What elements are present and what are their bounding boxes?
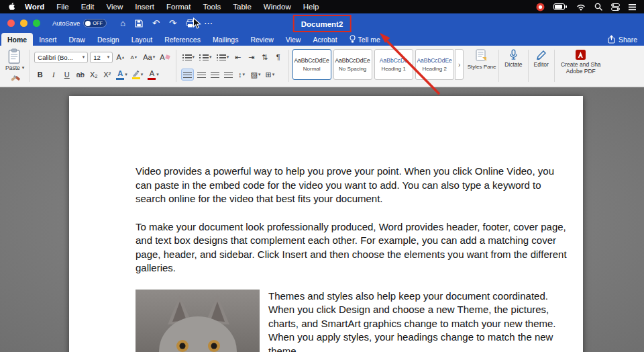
bullets-button[interactable]: ▾ [181, 51, 197, 63]
document-area[interactable]: Video provides a powerful way to help yo… [0, 87, 644, 352]
style-name: Heading 1 [381, 66, 405, 72]
editor-button[interactable]: Editor [531, 47, 552, 85]
editor-label: Editor [534, 62, 549, 69]
styles-gallery-more-button[interactable]: › [455, 49, 464, 80]
kitten-photo[interactable] [136, 290, 260, 352]
format-painter-button[interactable] [10, 72, 20, 84]
font-color-button[interactable]: A ▾ [146, 69, 160, 81]
apple-menu-icon[interactable] [8, 2, 16, 11]
decrease-indent-button[interactable]: ⇤ [232, 51, 244, 63]
menu-window[interactable]: Window [258, 3, 297, 11]
tab-draw[interactable]: Draw [62, 33, 91, 46]
change-case-button[interactable]: Aa▾ [142, 51, 156, 63]
page[interactable]: Video provides a powerful way to help yo… [69, 96, 583, 352]
highlight-button[interactable]: ▾ [131, 69, 145, 81]
menu-help[interactable]: Help [297, 3, 325, 11]
menu-tools[interactable]: Tools [197, 3, 227, 11]
grow-font-button[interactable]: A▲ [115, 51, 126, 63]
paste-button[interactable]: Paste ▾ [5, 48, 24, 71]
tab-view[interactable]: View [280, 33, 307, 46]
show-paragraph-marks-button[interactable]: ¶ [272, 51, 284, 63]
justify-button[interactable] [223, 69, 234, 81]
menu-word[interactable]: Word [19, 3, 50, 11]
shrink-font-button[interactable]: A▼ [128, 51, 140, 63]
style-name: No Spacing [339, 66, 366, 72]
dictate-button[interactable]: Dictate [501, 47, 525, 85]
tab-acrobat[interactable]: Acrobat [307, 33, 343, 46]
screen-record-icon[interactable] [536, 3, 545, 11]
tab-layout[interactable]: Layout [125, 33, 159, 46]
paragraph-1[interactable]: Video provides a powerful way to help yo… [136, 165, 569, 206]
undo-icon[interactable]: ↶ [152, 19, 160, 28]
chevron-down-icon: ▾ [83, 54, 85, 60]
font-size-value: 12 [93, 54, 103, 61]
tab-design[interactable]: Design [91, 33, 125, 46]
style-normal[interactable]: AaBbCcDdEe Normal [292, 49, 331, 80]
tab-references[interactable]: References [158, 33, 207, 46]
tell-me-button[interactable]: Tell me [343, 33, 386, 46]
line-spacing-button[interactable]: ↕▾ [236, 69, 248, 81]
chevron-down-icon: ▾ [107, 54, 110, 60]
align-right-button[interactable] [209, 69, 221, 81]
menu-format[interactable]: Format [160, 3, 197, 11]
style-heading-1[interactable]: AaBbCcDc Heading 1 [374, 49, 413, 80]
home-quick-icon[interactable]: ⌂ [120, 19, 125, 28]
highlight-color-bar [132, 77, 140, 79]
search-icon[interactable] [594, 3, 602, 11]
style-heading-2[interactable]: AaBbCcDdEe Heading 2 [415, 49, 454, 80]
underline-button[interactable]: U [61, 69, 72, 81]
increase-indent-button[interactable]: ⇥ [246, 51, 257, 63]
clear-formatting-button[interactable]: A [158, 51, 170, 63]
create-share-adobe-pdf-button[interactable]: Create and Sha Adobe PDF [557, 47, 605, 85]
share-button[interactable]: Share [601, 33, 644, 46]
multilevel-list-button[interactable]: ▾ [215, 51, 231, 63]
save-icon[interactable] [135, 19, 143, 28]
style-name: Normal [303, 66, 321, 72]
zoom-window-button[interactable] [33, 19, 40, 27]
document-title[interactable]: Document2 [301, 20, 343, 28]
tab-mailings[interactable]: Mailings [207, 33, 245, 46]
bold-button[interactable]: B [34, 69, 46, 81]
menu-extras-icon[interactable] [629, 3, 636, 11]
ribbon-tabs: Home Insert Draw Design Layout Reference… [0, 33, 644, 46]
media-row: Themes and styles also help keep your do… [136, 290, 569, 352]
tab-home[interactable]: Home [1, 33, 33, 46]
menu-edit[interactable]: Edit [75, 3, 101, 11]
autosave-toggle[interactable]: OFF [83, 19, 107, 28]
battery-icon[interactable] [553, 3, 568, 10]
menu-table[interactable]: Table [227, 3, 258, 11]
bullet-list-icon [182, 54, 192, 60]
superscript-button[interactable]: X² [101, 69, 113, 81]
wifi-icon[interactable] [576, 3, 586, 11]
align-center-button[interactable] [196, 69, 207, 81]
borders-button[interactable]: ⊞▾ [264, 69, 276, 81]
grow-font-label: A [117, 53, 121, 61]
strikethrough-button[interactable]: ab [74, 69, 86, 81]
menu-view[interactable]: View [101, 3, 129, 11]
numbering-button[interactable]: ▾ [198, 51, 213, 63]
text-effects-button[interactable]: A ▾ [115, 69, 129, 81]
font-name-select[interactable]: Calibri (Bo... ▾ [34, 52, 88, 63]
print-icon[interactable] [186, 19, 195, 28]
font-size-select[interactable]: 12 ▾ [90, 52, 113, 63]
paragraph-2[interactable]: To make your document look professionall… [136, 220, 569, 275]
more-commands-icon[interactable]: ⋯ [204, 19, 213, 28]
style-preview: AaBbCcDdEe [417, 57, 451, 64]
menu-insert[interactable]: Insert [129, 3, 160, 11]
style-no-spacing[interactable]: AaBbCcDdEe No Spacing [333, 49, 372, 80]
control-center-icon[interactable] [611, 3, 620, 11]
tab-insert[interactable]: Insert [33, 33, 62, 46]
tab-review[interactable]: Review [244, 33, 279, 46]
menu-file[interactable]: File [50, 3, 75, 11]
align-center-icon [197, 72, 206, 78]
subscript-button[interactable]: X₂ [88, 69, 99, 81]
sort-button[interactable]: ⇅ [259, 51, 270, 63]
align-left-button[interactable] [181, 69, 194, 81]
styles-pane-button[interactable]: Styles Pane [467, 49, 496, 85]
shading-button[interactable]: ▨▾ [250, 69, 262, 81]
close-window-button[interactable] [7, 19, 15, 27]
redo-icon[interactable]: ↷ [169, 19, 176, 28]
paragraph-3[interactable]: Themes and styles also help keep your do… [268, 290, 569, 352]
minimize-window-button[interactable] [20, 19, 28, 27]
italic-button[interactable]: I [48, 69, 59, 81]
